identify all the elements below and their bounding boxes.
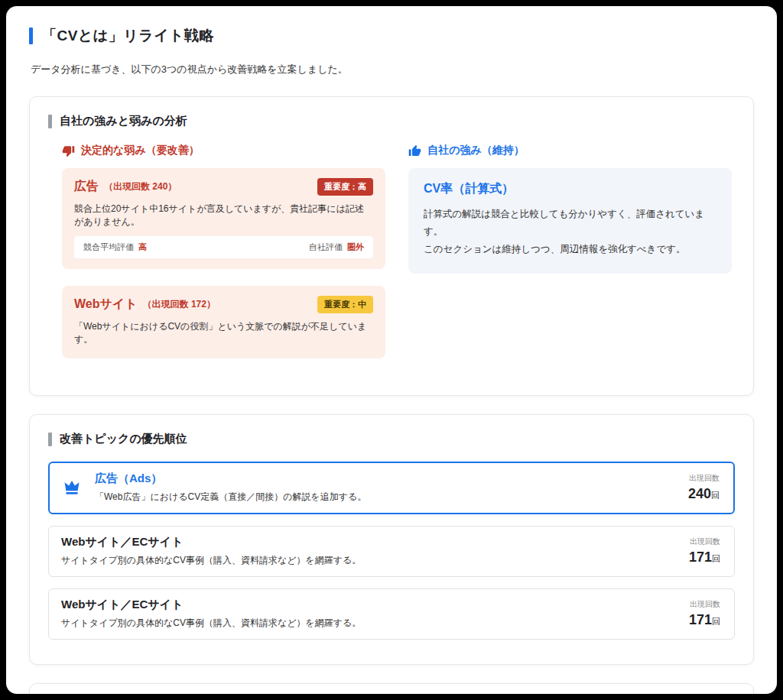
priority-title: 広告（Ads） xyxy=(95,472,674,486)
competitor-eval-value: 高 xyxy=(138,242,147,251)
thumbs-down-icon xyxy=(62,144,75,157)
count-number: 171回 xyxy=(689,549,720,565)
priority-description: サイトタイプ別の具体的なCV事例（購入、資料請求など）を網羅する。 xyxy=(61,617,675,630)
title-accent-bar xyxy=(29,28,33,44)
analysis-section-header: 自社の強みと弱みの分析 xyxy=(48,114,735,128)
priority-text-block: Webサイト／ECサイト サイトタイプ別の具体的なCV事例（購入、資料請求など）… xyxy=(61,535,675,567)
priority-count-block: 出現回数 171回 xyxy=(689,536,720,566)
report-page: 「CVとは」リライト戦略 データ分析に基づき、以下の3つの視点から改善戦略を立案… xyxy=(6,6,777,694)
own-eval-value: 圏外 xyxy=(347,242,364,251)
weak-card-title-row: Webサイト （出現回数 172） 重要度：中 xyxy=(74,296,373,313)
evaluation-row: 競合平均評価高 自社評価圏外 xyxy=(74,236,373,258)
weak-card-count: （出現回数 172） xyxy=(143,298,216,311)
priority-title: Webサイト／ECサイト xyxy=(61,598,675,612)
priority-section: 改善トピックの優先順位 広告（Ads） 「Web広告」におけるCV定義（直接／間… xyxy=(29,414,754,665)
crown-icon xyxy=(62,478,83,497)
own-eval-label: 自社評価 xyxy=(309,242,343,251)
priority-description: サイトタイプ別の具体的なCV事例（購入、資料請求など）を網羅する。 xyxy=(61,554,675,567)
weakness-card-ads: 広告 （出現回数 240） 重要度：高 競合上位20サイト中16サイトが言及して… xyxy=(62,168,385,269)
priority-count-block: 出現回数 240回 xyxy=(688,473,720,502)
importance-badge-high: 重要度：高 xyxy=(317,178,373,196)
priority-title: Webサイト／ECサイト xyxy=(61,535,675,549)
thumbs-up-icon xyxy=(408,144,421,157)
priority-row-website-2[interactable]: Webサイト／ECサイト サイトタイプ別の具体的なCV事例（購入、資料請求など）… xyxy=(48,588,735,640)
page-title: 「CVとは」リライト戦略 xyxy=(42,26,214,46)
weak-card-count: （出現回数 240） xyxy=(104,180,177,193)
weak-card-title: Webサイト xyxy=(74,297,138,313)
strength-card-title: CV率（計算式） xyxy=(424,181,716,197)
priority-heading: 改善トピックの優先順位 xyxy=(60,432,187,446)
analysis-section: 自社の強みと弱みの分析 決定的な弱み（要改善） 広告 （出現回数 240） 重要… xyxy=(29,96,754,396)
count-label: 出現回数 xyxy=(688,473,720,484)
page-title-row: 「CVとは」リライト戦略 xyxy=(29,26,754,46)
importance-badge-mid: 重要度：中 xyxy=(317,296,373,313)
count-number: 240回 xyxy=(688,486,720,501)
competitor-eval-label: 競合平均評価 xyxy=(83,242,134,251)
weakness-column: 決定的な弱み（要改善） 広告 （出現回数 240） 重要度：高 競合上位20サイ… xyxy=(62,144,385,375)
strength-heading: 自社の強み（維持） xyxy=(427,144,525,157)
weak-card-description: 競合上位20サイト中16サイトが言及していますが、貴社記事には記述がありません。 xyxy=(74,203,373,228)
section-accent-bar xyxy=(48,115,52,128)
strength-desc-line1: 計算式の解説は競合と比較しても分かりやすく、評価されています。 xyxy=(424,209,704,237)
competitor-evaluation: 競合平均評価高 xyxy=(83,241,147,253)
strength-desc-line2: このセクションは維持しつつ、周辺情報を強化すべきです。 xyxy=(424,244,685,254)
priority-description: 「Web広告」におけるCV定義（直接／間接）の解説を追加する。 xyxy=(95,491,674,504)
summary-section: 戦略的示唆まとめ 競合との差が最大である「広告運用視点」の記事コンテンツを新規追… xyxy=(29,683,754,694)
weak-card-title: 広告 xyxy=(74,179,99,195)
analysis-grid: 決定的な弱み（要改善） 広告 （出現回数 240） 重要度：高 競合上位20サイ… xyxy=(62,144,732,375)
priority-count-block: 出現回数 171回 xyxy=(689,599,720,628)
strength-column: 自社の強み（維持） CV率（計算式） 計算式の解説は競合と比較しても分かりやすく… xyxy=(408,144,732,375)
weakness-heading: 決定的な弱み（要改善） xyxy=(81,144,200,157)
weak-card-description: 「WebサイトにおけるCVの役割」という文脈での解説が不足しています。 xyxy=(74,320,373,346)
count-number: 171回 xyxy=(689,612,720,627)
priority-section-header: 改善トピックの優先順位 xyxy=(48,432,735,446)
strength-card-description: 計算式の解説は競合と比較しても分かりやすく、評価されています。 このセクションは… xyxy=(424,206,716,258)
count-unit: 回 xyxy=(712,617,720,626)
own-evaluation: 自社評価圏外 xyxy=(309,241,364,253)
count-label: 出現回数 xyxy=(689,536,720,547)
weak-card-title-row: 広告 （出現回数 240） 重要度：高 xyxy=(74,178,373,196)
weakness-card-website: Webサイト （出現回数 172） 重要度：中 「WebサイトにおけるCVの役割… xyxy=(62,286,385,358)
page-subtitle: データ分析に基づき、以下の3つの視点から改善戦略を立案しました。 xyxy=(31,63,754,76)
priority-row-website-1[interactable]: Webサイト／ECサイト サイトタイプ別の具体的なCV事例（購入、資料請求など）… xyxy=(48,526,735,577)
weakness-heading-row: 決定的な弱み（要改善） xyxy=(62,144,385,157)
priority-row-ads[interactable]: 広告（Ads） 「Web広告」におけるCV定義（直接／間接）の解説を追加する。 … xyxy=(48,462,735,514)
count-label: 出現回数 xyxy=(689,599,720,610)
priority-text-block: 広告（Ads） 「Web広告」におけるCV定義（直接／間接）の解説を追加する。 xyxy=(95,472,674,504)
strength-card-cvr: CV率（計算式） 計算式の解説は競合と比較しても分かりやすく、評価されています。… xyxy=(408,168,732,274)
section-accent-bar xyxy=(48,433,52,446)
priority-text-block: Webサイト／ECサイト サイトタイプ別の具体的なCV事例（購入、資料請求など）… xyxy=(61,598,675,630)
strength-heading-row: 自社の強み（維持） xyxy=(408,144,732,157)
analysis-heading: 自社の強みと弱みの分析 xyxy=(60,114,187,128)
count-unit: 回 xyxy=(711,491,720,500)
count-unit: 回 xyxy=(712,554,720,563)
